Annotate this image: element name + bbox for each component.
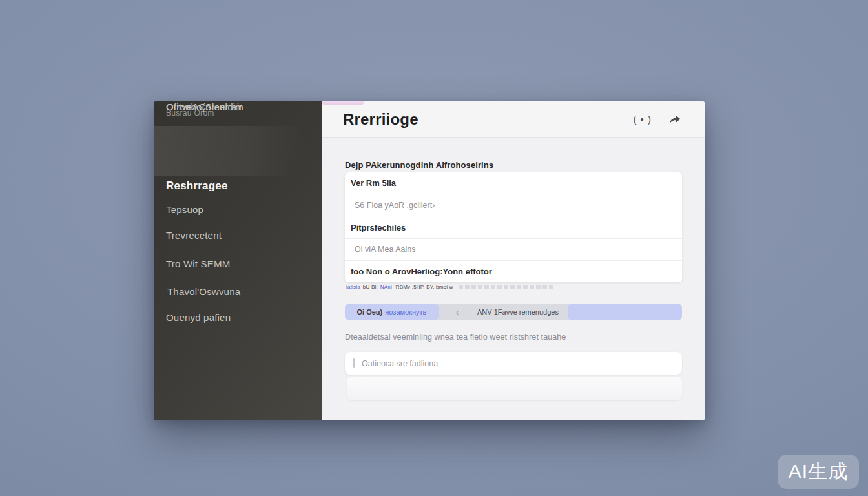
empty-panel: [347, 377, 682, 400]
settings-list-card: Ver Rm 5lia S6 Floa yAoR .gclllert› Pitp…: [345, 172, 682, 282]
list-item[interactable]: Ver Rm 5lia: [345, 172, 682, 194]
chevron-left-icon[interactable]: ‹: [450, 304, 464, 320]
sidebar-item-otrooho[interactable]: Otrooho(Sleuldim: [166, 101, 243, 112]
ai-watermark-badge: AI生成: [778, 455, 859, 489]
main-pane: Rrerriioge ( • ) Dejp PAkerunnogdinh Alf…: [322, 101, 705, 420]
text-field-container: [345, 352, 682, 375]
desktop-background: Busrau Orom Reshrragee Tepsuop Trevrecet…: [0, 0, 868, 496]
sidebar-item-ouenyd-pafien[interactable]: Ouenyd pafien: [166, 312, 231, 323]
header-actions: ( • ): [633, 114, 681, 125]
segment-left-label-dark: Oi Oeu): [357, 308, 383, 316]
fine-print: latisla bU Bl: NAnl 'RBMv .5HP. BY. bmei…: [346, 284, 555, 290]
sidebar-item-tro-wit-semm[interactable]: Tro Wit SEMM: [166, 258, 230, 269]
share-icon[interactable]: [668, 114, 681, 125]
segment-left-label-blue: нозамокнутв: [385, 308, 426, 316]
record-icon[interactable]: ( • ): [633, 114, 652, 125]
fine-print-text: 'RBMv .5HP. BY. bmei w: [395, 284, 453, 290]
fine-print-text: bU Bl:: [363, 284, 378, 290]
fine-print-link[interactable]: latisla: [346, 284, 360, 290]
segment-left-button[interactable]: Oi Oeu) нозамокнутв: [345, 304, 439, 320]
header-bar: Rrerriioge ( • ): [322, 101, 705, 138]
sidebar-item-trevrecetent[interactable]: Trevrecetent: [166, 230, 222, 241]
fine-print-faded-tail: [459, 285, 555, 289]
settings-window: Busrau Orom Reshrragee Tepsuop Trevrecet…: [154, 101, 705, 420]
list-item[interactable]: foo Non o ArovHerliog:Yonn effotor: [345, 261, 682, 282]
ai-watermark-text: AI生成: [789, 459, 848, 485]
page-title: Rrerriioge: [343, 110, 418, 129]
sidebar-lighting: [154, 126, 322, 176]
sidebar-item-reshrragee[interactable]: Reshrragee: [166, 180, 228, 192]
list-item[interactable]: Oi viA Mea Aains: [345, 239, 682, 261]
segmented-control: Oi Oeu) нозамокнутв ‹ ANV 1Favve remenud…: [345, 304, 682, 320]
segment-middle-label[interactable]: ANV 1Favve remenudges: [477, 304, 559, 320]
helper-text: Dteaaldetsal veeminling wnea tea fietlo …: [345, 333, 566, 342]
section-label: Dejp PAkerunnogdinh Alfrohoselrins: [345, 160, 493, 170]
sidebar-item-tepsuop[interactable]: Tepsuop: [166, 204, 203, 215]
list-item[interactable]: S6 Floa yAoR .gclllert›: [345, 194, 682, 216]
list-item[interactable]: Pitprsfechiles: [345, 216, 682, 238]
segment-right-button[interactable]: [568, 304, 682, 320]
sidebar-item-thavoloswvuna[interactable]: Thavol'Oswvuna: [167, 286, 240, 297]
sidebar: Busrau Orom Reshrragee Tepsuop Trevrecet…: [154, 101, 322, 420]
fine-print-link[interactable]: NAnl: [380, 284, 392, 290]
options-input[interactable]: [362, 352, 672, 375]
text-cursor: [353, 358, 355, 368]
pink-accent-tab: [322, 101, 364, 105]
